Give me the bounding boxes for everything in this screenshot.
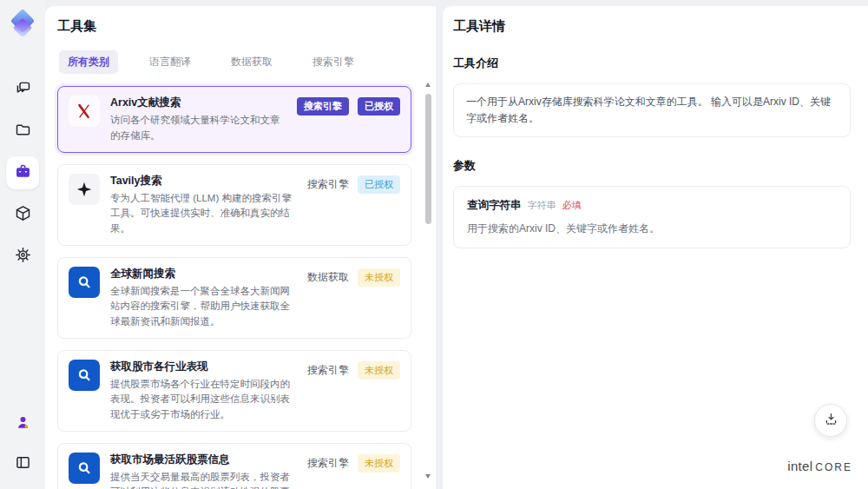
panel-toggle-icon [14,453,32,474]
tool-list: Arxiv文献搜索 访问各个研究领域大量科学论文和文章的存储库。 搜索引擎 已授… [57,86,424,489]
sidebar-item-chat[interactable] [6,73,39,106]
sidebar-item-settings[interactable] [6,240,39,273]
toolbox-icon [14,162,32,183]
tool-card-stock-sectors[interactable]: 获取股市各行业表现 提供股票市场各个行业在特定时间段内的表现。投资者可以利用这些… [57,350,411,432]
global-news-search-icon [69,267,100,298]
tool-name: 获取股市各行业表现 [110,360,297,373]
tool-card-active-stocks[interactable]: 获取市场最活跃股票信息 提供当天交易量最高的股票列表，投资者可以利用这些信息来识… [57,443,411,489]
param-required-flag: 必填 [562,199,582,212]
auth-status-badge: 未授权 [358,454,400,472]
intro-heading: 工具介绍 [453,56,851,71]
parameter-card: 查询字符串 字符串 必填 用于搜索的Arxiv ID、关键字或作者姓名。 [453,186,851,248]
tool-name: 全球新闻搜索 [110,267,297,281]
active-stocks-search-icon [69,453,100,484]
tab-language-translation[interactable]: 语言翻译 [141,50,200,74]
sidebar-bottom [6,407,39,480]
tool-card-arxiv[interactable]: Arxiv文献搜索 访问各个研究领域大量科学论文和文章的存储库。 搜索引擎 已授… [57,86,411,153]
toolset-panel: 工具集 所有类别 语言翻译 数据获取 搜索引擎 Arxiv文献搜索 访问各个研究… [45,6,436,489]
category-badge: 搜索引擎 [297,97,349,116]
core-brand-text: core [815,461,852,473]
intel-core-logo: intel core [787,459,852,473]
arxiv-logo-icon [69,96,100,127]
auth-status-badge: 未授权 [358,361,400,380]
param-type: 字符串 [528,199,556,212]
tool-description: 专为人工智能代理 (LLM) 构建的搜索引擎工具。可快速提供实时、准确和真实的结… [110,191,297,236]
app-sidebar [0,0,45,489]
sidebar-item-packages[interactable] [6,198,39,231]
category-tabs: 所有类别 语言翻译 数据获取 搜索引擎 [59,50,424,74]
category-label: 搜索引擎 [307,363,349,378]
tool-card-global-news[interactable]: 全球新闻搜索 全球新闻搜索是一个聚合全球各大新闻网站内容的搜索引擎，帮助用户快速… [57,257,411,339]
tool-description: 访问各个研究领域大量科学论文和文章的存储库。 [110,113,286,143]
sidebar-item-files[interactable] [6,115,39,148]
auth-status-badge: 已授权 [358,175,400,194]
tavily-sparkle-icon [69,174,100,205]
stock-sector-search-icon [69,360,100,391]
intel-brand-text: intel [787,459,812,473]
download-icon [823,411,839,430]
tool-details-panel: 工具详情 工具介绍 一个用于从Arxiv存储库搜索科学论文和文章的工具。 输入可… [443,6,868,489]
tab-all-categories[interactable]: 所有类别 [59,50,118,74]
tool-name: Arxiv文献搜索 [110,96,286,109]
tool-card-tavily[interactable]: Tavily搜索 专为人工智能代理 (LLM) 构建的搜索引擎工具。可快速提供实… [57,164,411,246]
param-description: 用于搜索的Arxiv ID、关键字或作者姓名。 [467,221,837,236]
tool-description: 提供当天交易量最高的股票列表，投资者可以利用这些信息来识别流动性强的股票和潜在的… [110,470,297,489]
download-button[interactable] [814,404,847,437]
tool-intro-text: 一个用于从Arxiv存储库搜索科学论文和文章的工具。 输入可以是Arxiv ID… [453,83,851,137]
tab-search-engine[interactable]: 搜索引擎 [304,50,363,74]
app-logo[interactable] [8,10,37,40]
tab-data-fetching[interactable]: 数据获取 [222,50,281,74]
package-icon [14,204,32,225]
category-label: 数据获取 [307,270,349,285]
sidebar-nav [6,73,39,273]
toolset-title: 工具集 [57,18,424,35]
details-title: 工具详情 [453,18,851,35]
param-name: 查询字符串 [467,198,522,213]
tool-description: 提供股票市场各个行业在特定时间段内的表现。投资者可以利用这些信息来识别表现优于或… [110,377,297,422]
category-label: 搜索引擎 [307,456,349,471]
auth-status-badge: 已授权 [358,97,400,116]
scrollbar-thumb[interactable] [425,94,431,224]
tool-name: Tavily搜索 [110,174,297,188]
scroll-up-arrow-icon[interactable] [425,83,431,87]
user-avatar-icon [14,413,32,434]
scroll-down-arrow-icon[interactable] [425,474,431,479]
auth-status-badge: 未授权 [358,268,400,287]
tool-list-scrollbar [424,83,432,479]
category-label: 搜索引擎 [307,177,349,192]
gear-icon [14,246,32,267]
sidebar-item-account[interactable] [6,407,39,440]
tool-description: 全球新闻搜索是一个聚合全球各大新闻网站内容的搜索引擎，帮助用户快速获取全球最新资… [110,284,297,329]
chat-icon [14,79,32,100]
sidebar-item-tools[interactable] [6,156,39,189]
tool-name: 获取市场最活跃股票信息 [110,453,297,466]
sidebar-item-collapse[interactable] [6,447,39,480]
folder-icon [14,121,32,142]
params-heading: 参数 [453,158,851,174]
